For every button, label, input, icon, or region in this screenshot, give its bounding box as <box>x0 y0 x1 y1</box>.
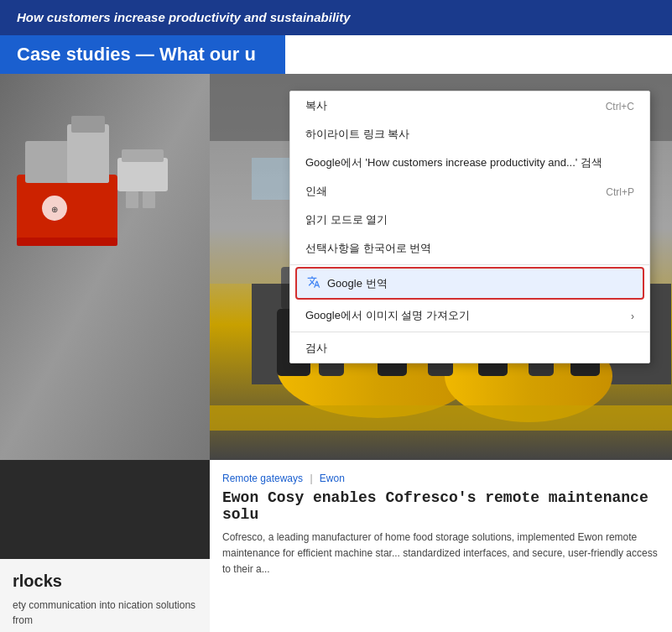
svg-rect-5 <box>117 158 168 191</box>
svg-text:⊕: ⊕ <box>51 205 58 214</box>
menu-item-reader-mode[interactable]: 읽기 모드로 열기 <box>290 206 649 234</box>
left-column: ⊕ rlocks ety communication into nication… <box>0 74 210 632</box>
menu-item-left-copy: 복사 <box>305 98 327 113</box>
tag-separator: | <box>310 473 312 484</box>
left-col-description: ety communication into nication solution… <box>13 598 197 628</box>
menu-item-left-translate-korean: 선택사항을 한국어로 번역 <box>305 241 431 256</box>
menu-item-label-google-image: Google에서 이미지 설명 가져오기 <box>305 308 470 323</box>
menu-item-arrow-google-image: › <box>631 311 634 322</box>
menu-item-google-translate[interactable]: Google 번역 <box>295 267 644 300</box>
tag-line: Remote gateways | Ewon <box>222 473 659 484</box>
svg-rect-3 <box>67 124 109 183</box>
menu-separator-before-inspect <box>290 332 649 332</box>
menu-item-left-print: 인쇄 <box>305 184 327 199</box>
top-banner: How customers increase productivity and … <box>0 0 672 35</box>
menu-item-inspect[interactable]: 검사 <box>290 334 649 363</box>
menu-item-shortcut-copy: Ctrl+C <box>606 101 634 112</box>
right-col-title: Ewon Cosy enables Cofresco's remote main… <box>222 489 659 523</box>
menu-item-translate-korean[interactable]: 선택사항을 한국어로 번역 <box>290 234 649 263</box>
menu-item-left-highlight-link-copy: 하이라이트 링크 복사 <box>305 127 409 142</box>
svg-rect-9 <box>17 238 117 246</box>
menu-item-google-search[interactable]: Google에서 'How customers increase product… <box>290 149 649 177</box>
menu-item-label-highlight-link-copy: 하이라이트 링크 복사 <box>305 127 409 142</box>
svg-rect-6 <box>122 149 164 162</box>
left-image-svg: ⊕ <box>0 74 210 460</box>
tag-remote-gateways[interactable]: Remote gateways <box>222 473 303 484</box>
svg-rect-4 <box>71 116 105 133</box>
menu-item-label-copy: 복사 <box>305 98 327 113</box>
menu-item-copy[interactable]: 복사Ctrl+C <box>290 91 649 120</box>
menu-item-label-reader-mode: 읽기 모드로 열기 <box>305 212 388 227</box>
right-col-description: Cofresco, a leading manufacturer of home… <box>222 530 659 578</box>
right-col-text: Remote gateways | Ewon Ewon Cosy enables… <box>210 460 672 591</box>
menu-item-label-translate-korean: 선택사항을 한국어로 번역 <box>305 241 431 256</box>
banner-text: How customers increase productivity and … <box>17 10 351 24</box>
context-menu: 복사Ctrl+C하이라이트 링크 복사Google에서 'How custome… <box>289 91 650 363</box>
menu-item-left-google-image: Google에서 이미지 설명 가져오기 <box>305 308 470 323</box>
menu-item-left-reader-mode: 읽기 모드로 열기 <box>305 212 388 227</box>
menu-separator-6 <box>290 264 649 265</box>
menu-item-label-google-translate: Google 번역 <box>327 276 388 291</box>
menu-item-label-print: 인쇄 <box>305 184 327 199</box>
left-col-text: rlocks ety communication into nication s… <box>0 559 210 632</box>
left-col-title: rlocks <box>13 572 197 591</box>
menu-item-label-google-search: Google에서 'How customers increase product… <box>305 155 602 170</box>
menu-item-shortcut-print: Ctrl+P <box>606 186 634 198</box>
left-image: ⊕ <box>0 74 210 460</box>
menu-item-print[interactable]: 인쇄Ctrl+P <box>290 177 649 206</box>
case-studies-heading: Case studies — What our u <box>0 35 285 74</box>
menu-item-google-image[interactable]: Google에서 이미지 설명 가져오기› <box>290 301 649 330</box>
svg-rect-32 <box>210 405 672 431</box>
tag-ewon[interactable]: Ewon <box>320 473 345 484</box>
menu-item-left-google-search: Google에서 'How customers increase product… <box>305 155 602 170</box>
svg-rect-7 <box>126 191 138 208</box>
svg-rect-8 <box>143 191 155 208</box>
google-translate-icon <box>307 275 320 291</box>
menu-item-highlight-link-copy[interactable]: 하이라이트 링크 복사 <box>290 120 649 149</box>
menu-item-left-google-translate: Google 번역 <box>307 275 388 291</box>
menu-item-left-inspect: 검사 <box>305 341 327 356</box>
menu-item-label-inspect: 검사 <box>305 341 327 356</box>
